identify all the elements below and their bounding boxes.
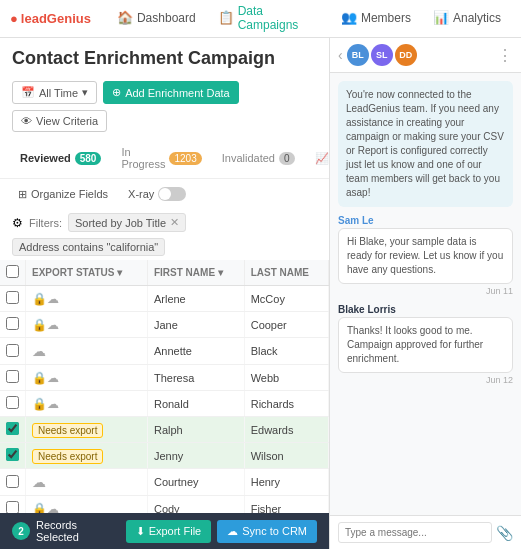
sync-icon: ☁ [227, 525, 238, 538]
members-icon: 👥 [341, 10, 357, 25]
view-criteria-button[interactable]: 👁 View Criteria [12, 110, 107, 132]
nav-items: 🏠 Dashboard 📋 Data Campaigns 👥 Members 📊… [107, 0, 511, 40]
records-selected-text: Records Selected [36, 519, 120, 543]
nav-analytics[interactable]: 📊 Analytics [423, 4, 511, 33]
row-checkbox[interactable] [6, 317, 19, 330]
chat-menu-button[interactable]: ⋮ [497, 46, 513, 65]
all-time-button[interactable]: 📅 All Time ▾ [12, 81, 97, 104]
table-row: 🔒☁CodyFisher [0, 496, 329, 514]
organize-fields-label: Organize Fields [31, 188, 108, 200]
add-enrichment-button[interactable]: ⊕ Add Enrichment Data [103, 81, 239, 104]
filter-tag-job-title-remove[interactable]: ✕ [170, 216, 179, 229]
cell-first-name: Theresa [147, 365, 244, 391]
blake-lorris-message: Thanks! It looks good to me. Campaign ap… [338, 317, 513, 373]
sync-to-crm-button[interactable]: ☁ Sync to CRM [217, 520, 317, 543]
eye-icon: 👁 [21, 115, 32, 127]
organize-fields-button[interactable]: ⊞ Organize Fields [12, 185, 114, 204]
cell-last-name: Edwards [244, 417, 328, 443]
cell-last-name: Richards [244, 391, 328, 417]
chat-collapse-button[interactable]: ‹ [338, 47, 343, 63]
cell-last-name: Webb [244, 365, 328, 391]
tab-reviewed[interactable]: Reviewed 580 [12, 148, 109, 169]
xray-button[interactable]: X-ray [122, 184, 192, 204]
tab-invalidated-badge: 0 [279, 152, 295, 165]
row-checkbox[interactable] [6, 370, 19, 383]
logo-icon: ● [10, 11, 18, 26]
table-row: 🔒☁TheresaWebb [0, 365, 329, 391]
sam-le-name: Sam Le [338, 215, 513, 226]
sam-le-time: Jun 11 [338, 286, 513, 296]
filters-label: Filters: [29, 217, 62, 229]
view-criteria-label: View Criteria [36, 115, 98, 127]
filters-bar: ⚙ Filters: Sorted by Job Title ✕ Address… [0, 209, 329, 260]
bottom-bar: 2 Records Selected ⬇ Export File ☁ Sync … [0, 513, 329, 549]
export-label: Export File [149, 525, 202, 537]
cell-first-name: Annette [147, 338, 244, 365]
cell-last-name: Fisher [244, 496, 328, 514]
row-checkbox[interactable] [6, 422, 19, 435]
row-checkbox[interactable] [6, 396, 19, 409]
data-table: EXPORT STATUS ▾ FIRST NAME ▾ LAST NAME 🔒… [0, 260, 329, 513]
export-status-icon: ☁ [32, 474, 46, 490]
tab-invalidated-label: Invalidated [222, 152, 275, 164]
blake-lorris-name: Blake Lorris [338, 304, 513, 315]
chat-bubble-sam: Sam Le Hi Blake, your sample data is rea… [338, 215, 513, 296]
export-status-icon: 🔒☁ [32, 292, 59, 306]
table-row: 🔒☁JaneCooper [0, 312, 329, 338]
tab-reviewed-badge: 580 [75, 152, 102, 165]
row-checkbox[interactable] [6, 501, 19, 513]
filter-icon: ⚙ [12, 216, 23, 230]
table-row: ☁CourtneyHenry [0, 469, 329, 496]
cell-first-name: Cody [147, 496, 244, 514]
col-checkbox [0, 260, 26, 286]
tab-in-progress-label: In Progress [121, 146, 165, 170]
plus-icon: ⊕ [112, 86, 121, 99]
tab-analytics[interactable]: 📈 Analytics [307, 148, 330, 169]
needs-export-badge: Needs export [32, 449, 103, 464]
cell-last-name: Wilson [244, 443, 328, 469]
avatar-group: BL SL DD [347, 44, 493, 66]
cell-last-name: Henry [244, 469, 328, 496]
table-row: Needs exportRalphEdwards [0, 417, 329, 443]
export-status-icon: ☁ [32, 343, 46, 359]
options-bar: ⊞ Organize Fields X-ray [0, 179, 329, 209]
logo-text: leadGenius [21, 11, 91, 26]
top-navigation: ● leadGenius 🏠 Dashboard 📋 Data Campaign… [0, 0, 521, 38]
data-campaigns-icon: 📋 [218, 10, 234, 25]
tab-in-progress[interactable]: In Progress 1203 [113, 142, 209, 174]
filter-tag-job-title[interactable]: Sorted by Job Title ✕ [68, 213, 186, 232]
nav-members[interactable]: 👥 Members [331, 4, 421, 33]
page-title: Contact Enrichment Campaign [12, 48, 317, 69]
cell-first-name: Arlene [147, 286, 244, 312]
row-checkbox[interactable] [6, 291, 19, 304]
filter-tag-address[interactable]: Address contains "california" [12, 238, 165, 256]
row-checkbox[interactable] [6, 475, 19, 488]
system-message-text: You're now connected to the LeadGenius t… [346, 89, 504, 198]
table-row: ☁AnnetteBlack [0, 338, 329, 365]
cell-last-name: McCoy [244, 286, 328, 312]
nav-dashboard-label: Dashboard [137, 11, 196, 25]
xray-toggle[interactable] [158, 187, 186, 201]
filter-tag-job-title-label: Sorted by Job Title [75, 217, 166, 229]
tab-invalidated[interactable]: Invalidated 0 [214, 148, 303, 169]
cell-first-name: Courtney [147, 469, 244, 496]
records-table: EXPORT STATUS ▾ FIRST NAME ▾ LAST NAME 🔒… [0, 260, 329, 513]
row-checkbox[interactable] [6, 344, 19, 357]
table-row: 🔒☁RonaldRichards [0, 391, 329, 417]
chat-input[interactable] [338, 522, 492, 543]
row-checkbox[interactable] [6, 448, 19, 461]
nav-data-campaigns[interactable]: 📋 Data Campaigns [208, 0, 329, 40]
main-container: Contact Enrichment Campaign 📅 All Time ▾… [0, 38, 521, 549]
export-status-icon: 🔒☁ [32, 502, 59, 514]
export-file-button[interactable]: ⬇ Export File [126, 520, 212, 543]
all-time-label: All Time [39, 87, 78, 99]
attachment-icon[interactable]: 📎 [496, 525, 513, 541]
nav-dashboard[interactable]: 🏠 Dashboard [107, 4, 206, 33]
grid-icon: ⊞ [18, 188, 27, 201]
chevron-down-icon: ▾ [82, 86, 88, 99]
avatar-bl: BL [347, 44, 369, 66]
dashboard-icon: 🏠 [117, 10, 133, 25]
cell-first-name: Ralph [147, 417, 244, 443]
select-all-checkbox[interactable] [6, 265, 19, 278]
sam-le-message: Hi Blake, your sample data is ready for … [338, 228, 513, 284]
